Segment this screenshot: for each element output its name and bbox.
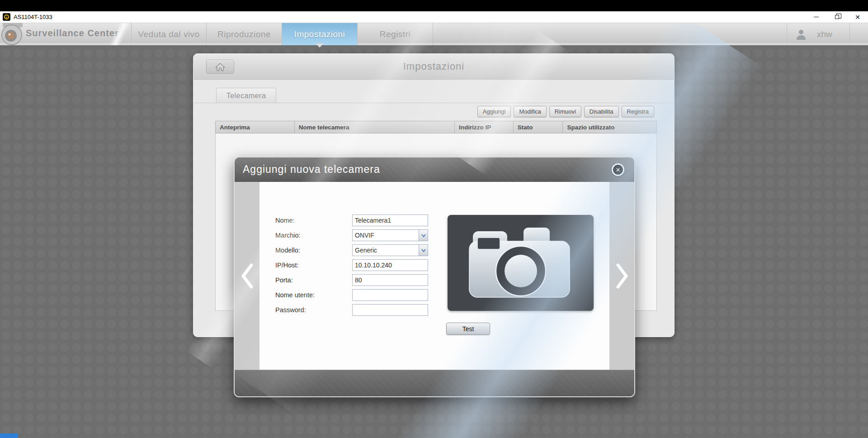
registra-button[interactable]: Registra xyxy=(622,106,654,117)
close-icon: ✕ xyxy=(855,14,860,20)
user-menu[interactable]: xhw xyxy=(787,23,850,45)
dialog-content: Nome: Marchio: Modello: xyxy=(259,182,609,370)
dialog-titlebar: Aggiungi nuova telecamera ✕ xyxy=(235,157,634,182)
settings-title: Impostazioni xyxy=(193,61,674,72)
porta-input[interactable] xyxy=(352,274,428,286)
minimize-button[interactable] xyxy=(806,11,826,23)
dialog-title: Aggiungi nuova telecamera xyxy=(243,163,380,176)
dialog-footer xyxy=(235,370,634,397)
app-header: Surveillance Center Veduta dal vivo Ripr… xyxy=(0,23,868,45)
dialog-body: Nome: Marchio: Modello: xyxy=(235,182,634,370)
dome-camera-logo xyxy=(0,22,25,47)
tab-veduta-dal-vivo[interactable]: Veduta dal vivo xyxy=(131,23,207,45)
close-window-button[interactable]: ✕ xyxy=(847,11,868,23)
camera-action-buttons: Aggiungi Modifica Rimuovi Disabilita Reg… xyxy=(477,106,654,117)
modello-dropdown-button[interactable] xyxy=(419,245,428,256)
dialog-close-icon: ✕ xyxy=(616,167,621,173)
add-camera-dialog: Aggiungi nuova telecamera ✕ Nome: Marchi… xyxy=(234,157,635,397)
ip-host-label: IP/Host: xyxy=(275,262,352,269)
restore-icon xyxy=(835,15,839,19)
tab-divider xyxy=(193,103,674,103)
disabilita-button[interactable]: Disabilita xyxy=(584,106,619,117)
camera-table-header: Anteprima Nome telecamera Indirizzo IP S… xyxy=(215,121,657,133)
app-icon xyxy=(3,13,10,21)
marchio-select[interactable] xyxy=(352,229,428,241)
marchio-label: Marchio: xyxy=(275,232,352,239)
restore-button[interactable] xyxy=(826,11,847,23)
window-title: AS1104T-1033 xyxy=(14,14,52,20)
col-nome-telecamera: Nome telecamera xyxy=(295,121,455,133)
col-stato: Stato xyxy=(514,121,563,133)
rimuovi-button[interactable]: Rimuovi xyxy=(549,106,581,117)
camera-preview-placeholder xyxy=(448,215,594,311)
nome-utente-label: Nome utente: xyxy=(275,291,352,299)
header-swoosh xyxy=(109,23,131,45)
next-camera-arrow[interactable] xyxy=(609,182,634,370)
col-anteprima: Anteprima xyxy=(216,121,295,133)
password-label: Password: xyxy=(275,306,352,314)
aggiungi-button[interactable]: Aggiungi xyxy=(477,106,511,117)
camera-form: Nome: Marchio: Modello: xyxy=(275,214,428,319)
chevron-down-icon xyxy=(421,234,426,237)
modifica-button[interactable]: Modifica xyxy=(514,106,546,117)
camera-placeholder-icon xyxy=(448,215,594,311)
tab-impostazioni[interactable]: Impostazioni xyxy=(282,23,358,45)
marchio-dropdown-button[interactable] xyxy=(419,230,428,241)
password-input[interactable] xyxy=(352,304,428,316)
modello-label: Modello: xyxy=(275,247,352,254)
taskbar-fragment[interactable] xyxy=(0,433,18,438)
chevron-right-icon xyxy=(616,263,628,289)
nome-label: Nome: xyxy=(275,217,352,224)
porta-label: Porta: xyxy=(275,276,352,284)
main-tabs: Veduta dal vivo Riproduzione Impostazion… xyxy=(131,23,433,45)
nome-utente-input[interactable] xyxy=(352,289,428,301)
dialog-close-button[interactable]: ✕ xyxy=(612,163,624,176)
tab-registri[interactable]: Registri xyxy=(358,23,433,45)
previous-camera-arrow[interactable] xyxy=(235,182,259,370)
nome-input[interactable] xyxy=(352,214,428,226)
col-indirizzo-ip: Indirizzo IP xyxy=(455,121,514,133)
tab-telecamera[interactable]: Telecamera xyxy=(216,88,276,103)
modello-select[interactable] xyxy=(352,244,428,256)
user-icon xyxy=(795,29,807,40)
os-top-strip xyxy=(0,0,868,11)
chevron-left-icon xyxy=(241,263,253,289)
tab-riproduzione[interactable]: Riproduzione xyxy=(207,23,282,45)
window-titlebar: AS1104T-1033 ✕ xyxy=(0,11,868,23)
col-spazio-utilizzato: Spazio utilizzato xyxy=(563,121,656,133)
test-button[interactable]: Test xyxy=(446,323,490,335)
chevron-down-icon xyxy=(421,249,426,252)
ip-host-input[interactable] xyxy=(352,259,428,271)
settings-panel-header: Impostazioni xyxy=(193,54,674,80)
brand-title: Surveillance Center xyxy=(26,28,119,38)
user-name: xhw xyxy=(817,29,832,39)
minimize-icon xyxy=(814,17,819,17)
